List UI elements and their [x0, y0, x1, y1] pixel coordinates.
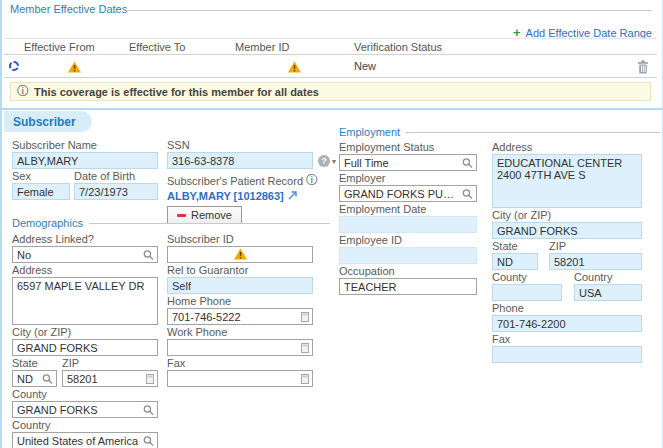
section-rule: [406, 132, 660, 133]
home-phone-field[interactable]: 701-746-5222: [167, 308, 313, 325]
employment-zip-field[interactable]: 58201: [549, 253, 642, 270]
employment-phone-field[interactable]: 701-746-2200: [492, 315, 642, 332]
subscriber-id-field[interactable]: [167, 246, 313, 263]
ssn-group: SSN 316-63-8378 ? ▾: [167, 139, 313, 169]
fax-label: Fax: [167, 357, 313, 369]
fax-field[interactable]: [167, 370, 313, 387]
employment-city-field[interactable]: GRAND FORKS: [492, 222, 642, 239]
city-field[interactable]: GRAND FORKS: [12, 339, 158, 356]
employment-fax-label: Fax: [492, 333, 642, 345]
section-rule: [126, 10, 652, 11]
occupation-field[interactable]: TEACHER: [339, 278, 477, 295]
warning-icon: [288, 61, 301, 75]
effective-dates-table-header: Effective From Effective To Member ID Ve…: [4, 38, 657, 55]
search-icon: [462, 188, 473, 199]
demographics-left-column: Address Linked? No Address 6597 MAPLE VA…: [12, 233, 158, 448]
employment-city-label: City (or ZIP): [492, 209, 642, 221]
verification-status-value: New: [354, 60, 376, 72]
employment-title: Employment: [339, 126, 400, 138]
search-icon: [42, 373, 53, 384]
employer-label: Employer: [339, 172, 477, 184]
employment-country-field[interactable]: USA: [574, 284, 642, 301]
employment-section: Employment Employment Status Full Time E…: [339, 126, 660, 391]
home-phone-label: Home Phone: [167, 295, 313, 307]
effective-date-row: New: [4, 56, 657, 78]
warning-icon: [234, 248, 247, 262]
patient-record-label: Subscriber's Patient Record: [167, 175, 303, 187]
member-coverage-page: Member Effective Dates + Add Effective D…: [0, 0, 663, 448]
employment-phone-label: Phone: [492, 302, 642, 314]
search-icon: [143, 435, 154, 446]
col-effective-to: Effective To: [129, 41, 185, 53]
trash-icon[interactable]: [637, 60, 649, 76]
dob-label: Date of Birth: [74, 170, 158, 182]
state-label: State: [12, 357, 57, 369]
search-icon: [143, 249, 154, 260]
info-icon: ⓘ: [306, 172, 318, 189]
ssn-label: SSN: [167, 139, 313, 151]
patient-record-link-row: ALBY,MARY [1012863]: [167, 190, 330, 202]
employment-state-field[interactable]: ND: [492, 253, 538, 270]
address-linked-label: Address Linked?: [12, 233, 158, 245]
zip-label: ZIP: [62, 357, 158, 369]
employment-address-field[interactable]: EDUCATIONAL CENTER 2400 47TH AVE S: [492, 154, 642, 208]
employment-county-label: County: [492, 271, 562, 283]
coverage-info-banner: ⓘ This coverage is effective for this me…: [10, 82, 651, 101]
sex-dob-row: Sex Female Date of Birth 7/23/1973: [12, 170, 158, 200]
demographics-right-column: Subscriber ID Rel to Guarantor Self Home…: [167, 233, 313, 387]
employee-id-label: Employee ID: [339, 234, 477, 246]
state-field[interactable]: ND: [12, 370, 57, 387]
ssn-help-control[interactable]: ? ▾: [318, 155, 336, 167]
subscriber-id-label: Subscriber ID: [167, 233, 313, 245]
search-icon: [143, 404, 154, 415]
coverage-info-text: This coverage is effective for this memb…: [34, 86, 319, 98]
address-field[interactable]: 6597 MAPLE VALLEY DR: [12, 277, 158, 325]
sex-label: Sex: [12, 170, 70, 182]
add-effective-date-range-label: Add Effective Date Range: [526, 27, 652, 39]
employment-status-field[interactable]: Full Time: [339, 154, 477, 171]
work-phone-label: Work Phone: [167, 326, 313, 338]
section-rule: [89, 223, 330, 224]
phone-icon: [301, 312, 309, 322]
employment-country-label: Country: [574, 271, 642, 283]
county-field[interactable]: GRAND FORKS: [12, 401, 158, 418]
member-effective-dates-title: Member Effective Dates: [10, 3, 127, 15]
dob-field[interactable]: 7/23/1973: [74, 183, 158, 200]
subscriber-record-column: SSN 316-63-8378 ? ▾ Subscriber's Patient…: [167, 139, 330, 224]
info-icon: ⓘ: [17, 83, 29, 100]
refresh-icon[interactable]: [9, 61, 19, 71]
rel-to-guarantor-label: Rel to Guarantor: [167, 264, 313, 276]
employment-date-field[interactable]: [339, 216, 477, 233]
patient-record-link[interactable]: ALBY,MARY [1012863]: [167, 190, 284, 202]
address-linked-field[interactable]: No: [12, 246, 158, 263]
chevron-down-icon: ▾: [332, 157, 336, 166]
subscriber-name-label: Subscriber Name: [12, 139, 158, 151]
search-icon: [462, 157, 473, 168]
rel-to-guarantor-field[interactable]: Self: [167, 277, 313, 294]
tab-subscriber[interactable]: Subscriber: [4, 111, 92, 132]
tab-subscriber-label: Subscriber: [13, 115, 76, 129]
demographics-title: Demographics: [12, 217, 83, 229]
col-effective-from: Effective From: [24, 41, 95, 53]
employment-left-column: Employment Status Full Time Employer GRA…: [339, 141, 477, 295]
subscriber-name-field[interactable]: ALBY,MARY: [12, 152, 158, 169]
goto-icon[interactable]: [288, 190, 297, 202]
warning-icon: [68, 61, 81, 75]
col-member-id: Member ID: [235, 41, 289, 53]
employer-field[interactable]: GRAND FORKS PUBLIC SC...: [339, 185, 477, 202]
help-icon: ?: [318, 155, 330, 167]
employee-id-field[interactable]: [339, 247, 477, 264]
employment-fax-field[interactable]: [492, 346, 642, 363]
section-separator: [2, 108, 662, 110]
phone-icon: [301, 374, 309, 384]
ssn-field[interactable]: 316-63-8378: [167, 152, 313, 169]
country-field[interactable]: United States of America: [12, 432, 158, 448]
employment-county-field[interactable]: [492, 284, 562, 301]
sex-field[interactable]: Female: [12, 183, 70, 200]
work-phone-field[interactable]: [167, 339, 313, 356]
zip-field[interactable]: 58201: [62, 370, 158, 387]
employment-zip-label: ZIP: [549, 240, 642, 252]
employment-state-label: State: [492, 240, 538, 252]
city-label: City (or ZIP): [12, 326, 158, 338]
col-verification-status: Verification Status: [354, 41, 442, 53]
